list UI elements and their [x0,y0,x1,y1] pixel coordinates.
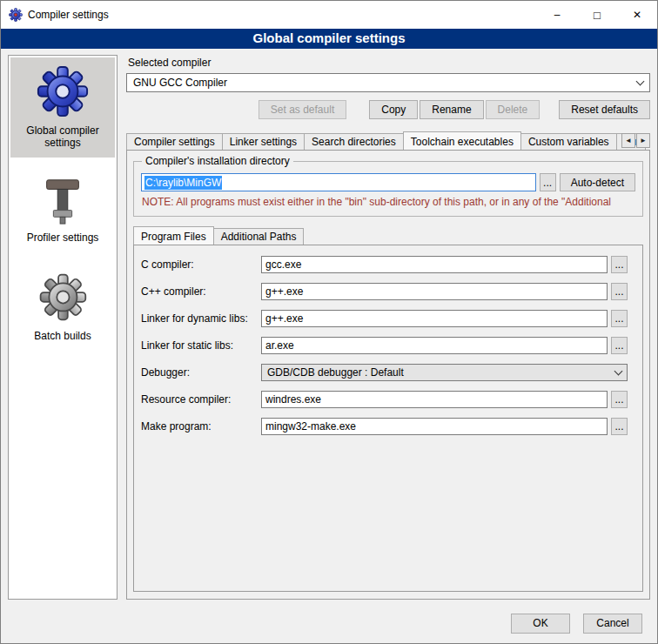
installation-path-input[interactable]: C:\raylib\MinGW [141,173,536,191]
c-compiler-label: C compiler: [141,258,261,271]
gray-gear-icon [36,270,90,324]
tab-search-directories[interactable]: Search directories [304,133,404,150]
installation-path-selected-text: C:\raylib\MinGW [144,176,222,190]
dynamic-linker-browse-button[interactable]: ... [611,310,628,327]
installation-note: NOTE: All programs must exist either in … [142,196,634,208]
blue-gear-icon [36,64,90,118]
resource-compiler-browse-button[interactable]: ... [611,391,628,408]
tab-scroll-buttons: ◄ ► [621,133,650,148]
compiler-settings-dialog: Compiler settings – □ ✕ Global compiler … [0,0,658,644]
cpp-compiler-label: C++ compiler: [141,285,261,298]
titlebar: Compiler settings – □ ✕ [1,1,657,29]
static-linker-label: Linker for static libs: [141,339,261,352]
window-controls: – □ ✕ [537,1,657,29]
make-program-row: Make program: ... [141,418,628,435]
c-compiler-browse-button[interactable]: ... [611,256,628,273]
cpp-compiler-browse-button[interactable]: ... [611,283,628,300]
tab-compiler-settings[interactable]: Compiler settings [126,133,223,150]
resource-compiler-label: Resource compiler: [141,393,261,406]
chevron-down-icon [614,366,623,375]
minimize-button[interactable]: – [537,1,577,29]
sidebar-item-label: Global compiler settings [12,124,113,149]
debugger-row: Debugger: GDB/CDB debugger : Default [141,364,628,381]
compiler-combobox[interactable]: GNU GCC Compiler [126,73,650,92]
chevron-down-icon [636,77,645,85]
settings-tabstrip: Compiler settings Linker settings Search… [126,131,650,150]
reset-defaults-button[interactable]: Reset defaults [559,100,650,119]
make-program-input[interactable] [261,418,608,435]
profiler-tool-icon [38,175,87,225]
static-linker-browse-button[interactable]: ... [611,337,628,354]
maximize-button[interactable]: □ [577,1,617,29]
dynamic-linker-label: Linker for dynamic libs: [141,312,261,325]
resource-compiler-input[interactable] [261,391,608,408]
tab-program-files[interactable]: Program Files [133,226,214,245]
dynamic-linker-input[interactable] [261,310,608,327]
sidebar-item-profiler-settings[interactable]: Profiler settings [10,168,115,252]
tab-additional-paths[interactable]: Additional Paths [213,228,305,245]
cpp-compiler-input[interactable] [261,283,608,300]
ok-button[interactable]: OK [511,614,570,634]
installation-directory-group: Compiler's installation directory C:\ray… [133,161,643,217]
delete-button[interactable]: Delete [486,100,540,119]
tab-scroll-left-icon[interactable]: ◄ [621,133,635,148]
copy-button[interactable]: Copy [369,100,418,119]
selected-compiler-label: Selected compiler [128,57,650,69]
installation-browse-button[interactable]: ... [540,173,556,191]
window-title: Compiler settings [28,9,109,21]
program-files-panel: C compiler: ... C++ compiler: ... Linker… [133,245,643,592]
static-linker-row: Linker for static libs: ... [141,337,628,354]
debugger-select-value: GDB/CDB debugger : Default [267,366,615,379]
sidebar-item-label: Profiler settings [27,231,99,244]
toolchain-executables-panel: Compiler's installation directory C:\ray… [126,150,650,600]
sidebar-item-label: Batch builds [34,330,91,342]
tab-toolchain-executables[interactable]: Toolchain executables [403,131,521,150]
debugger-label: Debugger: [141,366,261,379]
set-as-default-button[interactable]: Set as default [258,100,346,119]
rename-button[interactable]: Rename [420,100,483,119]
static-linker-input[interactable] [261,337,608,354]
compiler-combobox-value: GNU GCC Compiler [133,77,637,89]
close-button[interactable]: ✕ [617,1,657,29]
sidebar-item-global-compiler-settings[interactable]: Global compiler settings [10,57,115,158]
installation-directory-group-label: Compiler's installation directory [142,155,293,167]
dialog-content: Global compiler settings Profiler settin… [1,49,657,608]
program-tabstrip: Program Files Additional Paths [133,225,643,245]
cpp-compiler-row: C++ compiler: ... [141,283,628,300]
settings-sidebar: Global compiler settings Profiler settin… [8,55,118,600]
installation-directory-row: C:\raylib\MinGW ... Auto-detect [141,173,635,191]
dynamic-linker-row: Linker for dynamic libs: ... [141,310,628,327]
page-title: Global compiler settings [1,29,657,49]
tab-linker-settings[interactable]: Linker settings [222,133,305,150]
compiler-action-buttons: Set as default Copy Rename Delete Reset … [126,100,650,119]
make-program-browse-button[interactable]: ... [611,418,628,435]
autodetect-button[interactable]: Auto-detect [560,173,635,191]
debugger-select[interactable]: GDB/CDB debugger : Default [261,364,628,381]
tab-custom-variables[interactable]: Custom variables [520,133,617,150]
app-icon [9,8,23,22]
resource-compiler-row: Resource compiler: ... [141,391,628,408]
tab-scroll-right-icon[interactable]: ► [636,133,650,148]
sidebar-item-batch-builds[interactable]: Batch builds [10,263,115,351]
cancel-button[interactable]: Cancel [583,614,642,634]
c-compiler-input[interactable] [261,256,608,273]
make-program-label: Make program: [141,420,261,433]
c-compiler-row: C compiler: ... [141,256,628,273]
dialog-footer: OK Cancel [1,608,657,643]
main-area: Selected compiler GNU GCC Compiler Set a… [126,55,650,600]
